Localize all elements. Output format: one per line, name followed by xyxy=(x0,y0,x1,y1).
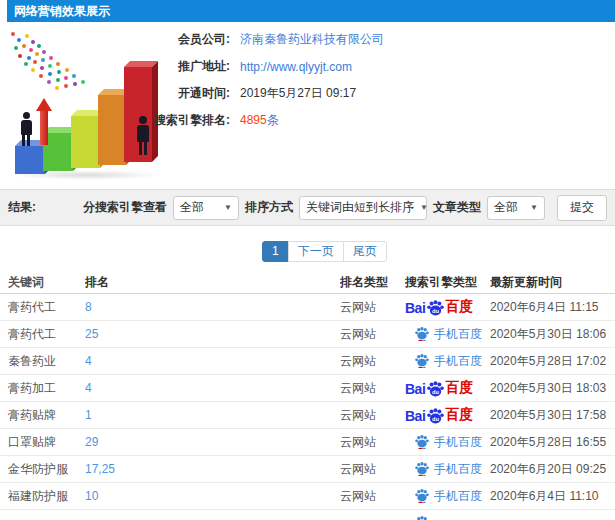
rank-link[interactable]: 10 xyxy=(85,489,340,503)
update-time-cell: 2020年6月20日 09:25 xyxy=(490,461,615,478)
mobile-baidu-paw-icon xyxy=(415,435,429,449)
clipart-bar-blue xyxy=(15,146,45,174)
chevron-down-icon: ▼ xyxy=(530,203,538,212)
update-time-cell: 2020年5月28日 17:02 xyxy=(490,353,615,370)
mobile-baidu-logo: 手机百度 xyxy=(415,461,482,478)
submit-button[interactable]: 提交 xyxy=(557,195,607,221)
svg-text:du: du xyxy=(432,308,439,314)
rank-link[interactable]: 29 xyxy=(85,435,340,449)
article-type-value: 全部 xyxy=(494,199,518,216)
mobile-baidu-paw-icon xyxy=(415,489,429,503)
update-time-cell: 2020年5月30日 17:58 xyxy=(490,407,615,424)
mobile-baidu-paw-icon xyxy=(415,327,429,341)
keyword-cell: 金华防护服 xyxy=(0,461,85,478)
update-time-cell: 2020年6月4日 11:15 xyxy=(490,299,615,316)
clipart-bar-orange xyxy=(98,95,126,165)
baidu-paw-icon: du xyxy=(427,408,444,424)
header-rank-type: 排名类型 xyxy=(340,274,405,291)
pagination: 1 下一页 尾页 xyxy=(262,241,387,262)
company-info: 会员公司: 济南秦鲁药业科技有限公司 推广地址: http://www.qlyy… xyxy=(148,26,384,134)
svg-text:du: du xyxy=(432,389,439,395)
open-time-row: 开通时间: 2019年5月27日 09:17 xyxy=(148,80,384,107)
engine-cell: Baidu百度 手机百度 xyxy=(405,326,490,343)
table-row: 秦鲁药业 4 云网站 Baidu百度 手机百度 2020年5月28日 17:02 xyxy=(0,348,615,375)
article-type-select[interactable]: 全部 ▼ xyxy=(487,196,545,220)
baidu-logo: Baidu百度 xyxy=(405,379,473,397)
table-row: 膏药贴牌 1 云网站 Baidu百度 手机百度 2020年5月30日 17:58 xyxy=(0,402,615,429)
sort-select[interactable]: 关键词由短到长排序 ▼ xyxy=(299,196,427,220)
rank-unit: 条 xyxy=(267,113,279,127)
table-header-row: 关键词 排名 排名类型 搜索引擎类型 最新更新时间 xyxy=(0,272,615,294)
page-title: 网络营销效果展示 xyxy=(14,4,110,18)
last-page-button[interactable]: 尾页 xyxy=(343,241,387,262)
chevron-down-icon: ▼ xyxy=(420,203,428,212)
sort-label: 排序方式 xyxy=(245,199,293,216)
baidu-logo: Baidu百度 xyxy=(405,298,473,316)
up-arrow-icon xyxy=(36,98,52,146)
clipart-bar-yellow xyxy=(71,116,100,168)
member-company-link[interactable]: 济南秦鲁药业科技有限公司 xyxy=(240,31,384,48)
rank-type-cell: 云网站 xyxy=(340,488,405,505)
open-time-value: 2019年5月27日 09:17 xyxy=(240,85,356,102)
engine-cell: Baidu百度 手机百度 xyxy=(405,379,490,397)
open-time-label: 开通时间: xyxy=(148,85,230,102)
mobile-baidu-logo xyxy=(415,516,429,520)
update-time-cell: 2020年5月28日 16:55 xyxy=(490,434,615,451)
rank-count: 4895 xyxy=(240,113,267,127)
keyword-cell: 秦鲁药业 xyxy=(0,353,85,370)
mobile-baidu-paw-icon xyxy=(415,516,429,520)
engine-cell: Baidu百度 手机百度 xyxy=(405,353,490,370)
mobile-baidu-logo: 手机百度 xyxy=(415,488,482,505)
update-time-cell: 2020年5月30日 18:06 xyxy=(490,326,615,343)
engine-rank-label: 搜索引擎排名: xyxy=(148,112,230,129)
marketing-chart-clipart xyxy=(5,30,170,182)
rank-link[interactable]: 17,25 xyxy=(85,462,340,476)
chevron-down-icon: ▼ xyxy=(224,203,232,212)
header-engine-type: 搜索引擎类型 xyxy=(405,274,490,291)
rank-link[interactable]: 4 xyxy=(85,354,340,368)
table-row: 金华防护服 17,25 云网站 Baidu百度 手机百度 2020年6月20日 … xyxy=(0,456,615,483)
rank-type-cell: 云网站 xyxy=(340,353,405,370)
keyword-cell: 膏药代工 xyxy=(0,326,85,343)
title-bar: 网络营销效果展示 xyxy=(7,0,615,22)
engine-filter-select[interactable]: 全部 ▼ xyxy=(173,196,239,220)
rank-link[interactable]: 1 xyxy=(85,408,340,422)
rank-link[interactable]: 25 xyxy=(85,327,340,341)
header-update-time: 最新更新时间 xyxy=(490,274,615,291)
article-type-label: 文章类型 xyxy=(433,199,481,216)
next-page-button[interactable]: 下一页 xyxy=(288,241,344,262)
svg-text:du: du xyxy=(432,416,439,422)
engine-filter-label: 分搜索引擎查看 xyxy=(83,199,167,216)
results-table: 关键词 排名 排名类型 搜索引擎类型 最新更新时间 膏药代工 8 云网站 Bai… xyxy=(0,272,615,520)
mobile-baidu-logo: 手机百度 xyxy=(415,353,482,370)
promotion-url-link[interactable]: http://www.qlyyjt.com xyxy=(240,60,352,74)
table-row: 膏药加工 4 云网站 Baidu百度 手机百度 2020年5月30日 18:03 xyxy=(0,375,615,402)
result-label: 结果: xyxy=(8,199,36,216)
baidu-paw-icon: du xyxy=(427,381,444,397)
mobile-baidu-paw-icon xyxy=(415,462,429,476)
update-time-cell: 2020年5月30日 18:03 xyxy=(490,380,615,397)
engine-cell: Baidu百度 手机百度 xyxy=(405,298,490,316)
table-row-partial xyxy=(0,510,615,520)
page-1-button[interactable]: 1 xyxy=(262,241,289,262)
sort-value: 关键词由短到长排序 xyxy=(306,199,414,216)
table-row: 膏药代工 8 云网站 Baidu百度 手机百度 2020年6月4日 11:15 xyxy=(0,294,615,321)
header-rank: 排名 xyxy=(85,274,340,291)
rank-type-cell: 云网站 xyxy=(340,326,405,343)
mobile-baidu-paw-icon xyxy=(415,354,429,368)
engine-rank-row: 搜索引擎排名: 4895条 xyxy=(148,107,384,134)
businessman-figure-left xyxy=(19,112,33,146)
page: { "titlebar": { "title": "网络营销效果展示" }, "… xyxy=(0,0,615,520)
rank-link[interactable]: 4 xyxy=(85,381,340,395)
update-time-cell: 2020年6月4日 11:10 xyxy=(490,488,615,505)
rank-link[interactable]: 8 xyxy=(85,300,340,314)
baidu-logo: Baidu百度 xyxy=(405,406,473,424)
engine-cell: Baidu百度 手机百度 xyxy=(405,461,490,478)
mobile-baidu-logo: 手机百度 xyxy=(415,326,482,343)
keyword-cell: 福建防护服 xyxy=(0,488,85,505)
engine-filter-value: 全部 xyxy=(180,199,204,216)
rank-type-cell: 云网站 xyxy=(340,299,405,316)
rank-type-cell: 云网站 xyxy=(340,380,405,397)
engine-rank-value: 4895条 xyxy=(240,112,279,129)
keyword-cell: 膏药贴牌 xyxy=(0,407,85,424)
